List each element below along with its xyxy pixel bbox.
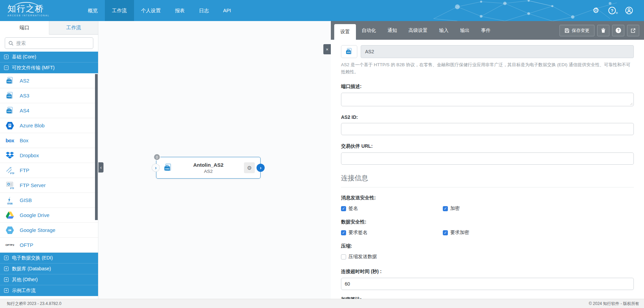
ftp-server-icon: FTP [4, 181, 16, 189]
panel-tab-events[interactable]: 事件 [475, 21, 496, 40]
workflow-canvas[interactable]: 0 › AS2 Antolin_AS2 AS2 ⚙ › [99, 21, 331, 299]
node-subtitle: AS2 [173, 169, 244, 174]
nav-item-overview[interactable]: 概览 [81, 0, 105, 21]
node-output-connector-icon[interactable]: › [257, 164, 265, 172]
panel-tab-advanced[interactable]: 高级设置 [403, 21, 433, 40]
port-desc-textarea[interactable] [341, 93, 634, 106]
nav-item-reports[interactable]: 报表 [168, 0, 192, 21]
panel-tab-output[interactable]: 输出 [454, 21, 475, 40]
category-label-core: 基础 (Core) [12, 54, 36, 60]
panel-tab-input[interactable]: 输入 [433, 21, 454, 40]
top-navbar: 知行之桥 ARCESB INTERNATIONAL 概览工作流个人设置报表日志A… [0, 0, 644, 21]
category-mft[interactable]: −可控文件传输 (MFT) [0, 62, 98, 73]
user-icon[interactable] [625, 6, 633, 15]
app-root: 知行之桥 ARCESB INTERNATIONAL 概览工作流个人设置报表日志A… [0, 0, 644, 308]
connector-item-ftp[interactable]: FTPFTP [0, 163, 98, 178]
require-sign-checkbox[interactable]: ✓要求签名 [341, 230, 443, 236]
panel-help-button[interactable]: ? [612, 25, 624, 36]
google-storage-icon [4, 227, 16, 234]
nav-item-workflows[interactable]: 工作流 [105, 0, 134, 21]
encrypt-checkbox[interactable]: ✓加密 [443, 205, 545, 212]
partner-url-input[interactable] [341, 152, 634, 165]
require-encrypt-checkbox[interactable]: ✓要求加密 [443, 230, 545, 236]
panel-tab-automation[interactable]: 自动化 [356, 21, 382, 40]
category-core[interactable]: +基础 (Core) [0, 52, 98, 62]
connector-label-ftp: FTP [20, 167, 29, 173]
sidebar-collapse-handle[interactable]: ‹ [98, 162, 103, 173]
connector-item-azure-blob[interactable]: Azure Blob [0, 118, 98, 133]
connector-item-as2[interactable]: AS2AS2 [0, 73, 98, 88]
panel-tab-notifications[interactable]: 通知 [382, 21, 403, 40]
connection-info-heading: 连接信息 [341, 174, 634, 187]
connector-item-gisb[interactable]: GISBGISB [0, 193, 98, 208]
delete-port-button[interactable] [597, 25, 609, 36]
connector-sidebar: 端口工作流 +基础 (Core)−可控文件传输 (MFT) AS2AS2AS3A… [0, 21, 98, 299]
sidebar-top-categories: +基础 (Core)−可控文件传输 (MFT) [0, 52, 98, 73]
sidebar-scrollbar[interactable] [95, 74, 98, 220]
connector-label-google-storage: Google Storage [20, 227, 55, 233]
node-settings-button[interactable]: ⚙ [244, 162, 255, 173]
save-changes-button[interactable]: 保存变更 [560, 25, 594, 36]
sidebar-tab-workflows[interactable]: 工作流 [49, 21, 98, 35]
as2-id-input[interactable] [341, 123, 634, 135]
encrypt-checkbox-box[interactable]: ✓ [443, 206, 448, 211]
search-box[interactable] [5, 37, 93, 49]
require-sign-checkbox-box[interactable]: ✓ [341, 230, 346, 235]
encrypt-checkbox-label: 加密 [450, 205, 460, 212]
resize-handle-icon[interactable] [629, 102, 632, 105]
connector-item-google-drive[interactable]: Google Drive [0, 208, 98, 223]
connector-item-oftp[interactable]: OFTP2OFTP [0, 238, 98, 253]
category-edi[interactable]: +电子数据交换 (EDI) [0, 253, 98, 264]
svg-text:AS2: AS2 [165, 168, 169, 170]
workflow-node-antolin-as2[interactable]: 0 › AS2 Antolin_AS2 AS2 ⚙ › [156, 157, 261, 179]
sign-checkbox-box[interactable]: ✓ [341, 206, 346, 211]
port-type-field[interactable] [361, 45, 634, 58]
search-input[interactable] [16, 40, 90, 46]
save-icon [565, 28, 569, 33]
help-circle-icon: ? [615, 28, 621, 33]
timeout-label: 连接超时时间 (秒) : [341, 269, 634, 275]
connector-item-dropbox[interactable]: Dropbox [0, 148, 98, 163]
settings-icon[interactable]: ⚙ [592, 7, 599, 14]
dropbox-icon [4, 152, 16, 159]
connector-item-as3[interactable]: AS3AS3 [0, 88, 98, 103]
svg-text:AS2: AS2 [347, 51, 350, 53]
connector-item-google-storage[interactable]: Google Storage [0, 223, 98, 238]
app-logo[interactable]: 知行之桥 ARCESB INTERNATIONAL [7, 3, 50, 17]
node-input-connector-icon[interactable]: › [152, 164, 160, 172]
search-icon [8, 41, 14, 46]
partner-url-label: 交易伙伴 URL: [341, 143, 634, 149]
logo-subtitle: ARCESB INTERNATIONAL [7, 14, 50, 17]
nav-item-profile[interactable]: 个人设置 [134, 0, 168, 21]
port-name-row: AS2 [341, 45, 634, 58]
timeout-input[interactable] [341, 278, 634, 290]
panel-close-button[interactable]: × [323, 44, 331, 54]
azure-blob-icon [4, 122, 16, 129]
connector-item-as4[interactable]: AS4AS4 [0, 103, 98, 118]
nav-item-api[interactable]: API [216, 0, 238, 21]
svg-text:GISB: GISB [7, 202, 13, 204]
footer-version-text: 知行之桥® 2023 - 23.4.8782.0 [7, 301, 61, 307]
category-database[interactable]: +数据库 (Database) [0, 264, 98, 274]
settings-panel: 设置自动化通知高级设置输入输出事件 保存变更 [331, 21, 644, 299]
compress-send-checkbox-box[interactable] [341, 254, 346, 259]
sidebar-connector-list: AS2AS2AS3AS3AS4AS4Azure BlobboxBoxDropbo… [0, 73, 98, 253]
category-other[interactable]: +其他 (Other) [0, 274, 98, 285]
collapse-icon: − [4, 66, 8, 70]
require-encrypt-checkbox-box[interactable]: ✓ [443, 230, 448, 235]
open-external-button[interactable] [627, 25, 639, 36]
help-icon[interactable]: ? [608, 7, 616, 14]
nav-item-logs[interactable]: 日志 [192, 0, 216, 21]
compress-send-checkbox[interactable]: 压缩发送数据 [341, 254, 443, 260]
connector-label-as3: AS3 [20, 93, 29, 98]
category-sample-workflows[interactable]: +示例工作流 [0, 285, 98, 296]
box-icon: box [4, 138, 16, 143]
connector-item-ftp-server[interactable]: FTPFTP Server [0, 178, 98, 193]
panel-tab-settings[interactable]: 设置 [334, 24, 356, 40]
connector-label-as2: AS2 [20, 78, 29, 84]
connector-item-box[interactable]: boxBox [0, 133, 98, 148]
sign-checkbox[interactable]: ✓签名 [341, 205, 443, 212]
category-label-database: 数据库 (Database) [12, 266, 51, 272]
sidebar-tab-ports[interactable]: 端口 [0, 21, 49, 35]
connector-label-as4: AS4 [20, 108, 29, 113]
